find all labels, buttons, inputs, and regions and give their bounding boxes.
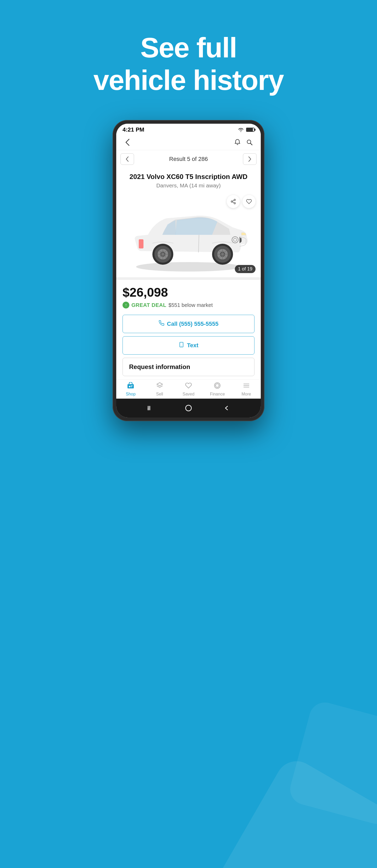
saved-icon <box>185 382 192 391</box>
svg-rect-33 <box>128 384 134 389</box>
more-icon <box>243 382 250 391</box>
cta-section: Call (555) 555-5555 Text Request informa… <box>116 312 261 379</box>
svg-line-6 <box>233 200 234 201</box>
nav-finance-label: Finance <box>210 392 225 397</box>
hero-heading: See full vehicle history <box>94 31 283 96</box>
finance-icon <box>214 382 221 391</box>
android-back-button[interactable] <box>221 403 231 413</box>
notification-button[interactable] <box>233 137 242 147</box>
price-section: $26,098 ↑ GREAT DEAL $551 below market <box>116 280 261 312</box>
nav-saved-label: Saved <box>182 392 194 397</box>
svg-rect-9 <box>240 238 242 239</box>
car-location: Danvers, MA (14 mi away) <box>123 182 254 189</box>
svg-point-38 <box>215 384 219 388</box>
nav-finance[interactable]: Finance <box>207 382 228 397</box>
request-title: Request information <box>129 363 190 370</box>
nav-shop-label: Shop <box>126 392 136 397</box>
text-label: Text <box>187 342 199 349</box>
deal-badge: ↑ GREAT DEAL $551 below market <box>123 302 254 308</box>
favorite-button[interactable] <box>242 195 255 208</box>
svg-rect-36 <box>131 386 132 387</box>
status-time: 4:21 PM <box>123 126 144 133</box>
svg-rect-11 <box>240 241 242 241</box>
back-button[interactable] <box>123 137 133 147</box>
top-nav-bar <box>116 135 261 150</box>
deal-icon: ↑ <box>123 302 129 308</box>
phone-screen: 4:21 PM <box>116 124 261 417</box>
svg-rect-35 <box>131 385 133 386</box>
request-info-section[interactable]: Request information <box>123 358 254 376</box>
nav-right-icons <box>233 137 254 147</box>
text-button[interactable]: Text <box>123 336 254 354</box>
nav-sell[interactable]: Sell <box>149 382 170 397</box>
car-image-section: 1 of 19 <box>116 191 261 277</box>
svg-line-5 <box>233 202 234 203</box>
wifi-icon <box>238 127 244 132</box>
svg-point-34 <box>129 386 130 388</box>
android-home-button[interactable] <box>184 403 193 413</box>
call-label: Call (555) 555-5555 <box>167 320 218 327</box>
message-icon <box>178 342 184 349</box>
svg-rect-14 <box>139 239 143 248</box>
deal-sub: $551 below market <box>169 302 213 308</box>
bottom-navigation: Shop Sell <box>116 379 261 399</box>
result-prev-button[interactable] <box>121 153 134 165</box>
svg-point-45 <box>185 405 192 411</box>
sell-icon <box>156 382 163 391</box>
result-navigation: Result 5 of 286 <box>116 150 261 168</box>
nav-saved[interactable]: Saved <box>178 382 199 397</box>
status-bar: 4:21 PM <box>116 124 261 135</box>
nav-shop[interactable]: Shop <box>120 382 141 397</box>
deal-label: GREAT DEAL <box>131 302 167 308</box>
call-button[interactable]: Call (555) 555-5555 <box>123 315 254 333</box>
car-info-section: 2021 Volvo XC60 T5 Inscription AWD Danve… <box>116 168 261 191</box>
phone-mockup: 4:21 PM <box>112 120 265 421</box>
result-next-button[interactable] <box>243 153 256 165</box>
status-icons <box>238 127 254 132</box>
share-button[interactable] <box>227 195 240 208</box>
nav-sell-label: Sell <box>156 392 163 397</box>
nav-more[interactable]: More <box>236 382 257 397</box>
search-button[interactable] <box>244 137 254 147</box>
phone-icon <box>159 320 164 328</box>
android-recents-button[interactable] <box>146 403 156 413</box>
result-counter: Result 5 of 286 <box>169 156 208 162</box>
android-nav-bar <box>116 399 261 417</box>
phone-frame: 4:21 PM <box>112 120 265 421</box>
image-counter: 1 of 19 <box>235 265 255 273</box>
battery-icon <box>246 128 254 132</box>
car-action-buttons <box>227 195 255 208</box>
shop-icon <box>127 382 134 391</box>
nav-more-label: More <box>242 392 251 397</box>
svg-line-1 <box>250 143 252 145</box>
car-title: 2021 Volvo XC60 T5 Inscription AWD <box>123 173 254 181</box>
car-price: $26,098 <box>123 285 254 300</box>
svg-rect-10 <box>240 239 242 240</box>
